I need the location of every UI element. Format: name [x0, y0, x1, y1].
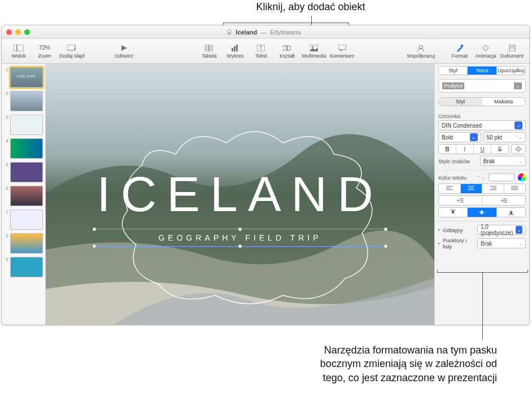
font-size-stepper[interactable]: 50 pkt ⌃⌄ — [483, 132, 526, 142]
char-styles-label: Style znaków — [438, 158, 478, 164]
svg-rect-2 — [17, 45, 24, 51]
zoom-button[interactable]: 72% Zoom — [32, 40, 57, 63]
text-color-swatch[interactable] — [489, 173, 514, 181]
slide-thumb[interactable]: 2 — [4, 91, 43, 111]
outdent-button[interactable] — [439, 196, 482, 205]
disclosure-triangle-icon[interactable]: ▸ — [438, 241, 441, 246]
toolbar-label: Tabela — [202, 53, 217, 59]
toolbar-label: Współpracuj — [407, 53, 435, 59]
align-center-button[interactable] — [461, 184, 483, 193]
annotation-line — [527, 270, 528, 272]
toolbar-label: Tekst — [255, 53, 267, 59]
align-justify-button[interactable] — [504, 184, 526, 193]
slide-number: 2 — [4, 91, 8, 96]
underline-button[interactable]: U — [474, 145, 491, 154]
slide-title[interactable]: ICELAND — [46, 165, 434, 223]
valign-middle-button[interactable] — [468, 208, 496, 217]
font-family-value: DIN Condensed — [442, 123, 482, 129]
lock-icon — [226, 29, 232, 35]
disclosure-triangle-icon[interactable]: ▸ — [438, 228, 441, 232]
slide-number: 1 — [4, 67, 8, 72]
chart-icon — [229, 44, 241, 52]
text-button[interactable]: T Tekst — [248, 40, 273, 63]
chevron-down-icon: ⌄ — [518, 159, 522, 164]
tab-arrange[interactable]: Uporządkuj — [497, 67, 525, 75]
font-weight-value: Bold — [442, 134, 453, 141]
paragraph-style-select[interactable]: Podtytuł ⌄ — [438, 79, 526, 93]
char-styles-select[interactable]: Brak ⌄ — [480, 156, 526, 166]
paragraph-style-value: Podtytuł — [442, 82, 464, 89]
slide-canvas[interactable]: ICELAND GEOGRAPHY FIELD TRIP — [46, 64, 434, 325]
font-options-button[interactable] — [511, 144, 526, 154]
add-slide-icon: + — [66, 44, 77, 52]
svg-rect-0 — [228, 32, 232, 35]
toolbar-label: Widok — [11, 53, 25, 59]
svg-rect-1 — [14, 45, 17, 51]
view-button[interactable]: Widok — [6, 40, 31, 63]
play-button[interactable]: Odtwórz — [102, 40, 147, 63]
toolbar-label: Zoom — [38, 53, 51, 59]
minimize-window-button[interactable] — [15, 29, 21, 35]
font-section-label: Czcionka — [438, 113, 526, 119]
close-window-button[interactable] — [6, 29, 12, 35]
shape-icon — [281, 44, 293, 52]
align-right-button[interactable] — [482, 184, 504, 193]
bullets-select[interactable]: Brak ⌄ — [477, 238, 526, 248]
slide-number: 5 — [4, 162, 8, 167]
slide-thumb[interactable]: 8 — [4, 233, 43, 254]
color-wheel-button[interactable] — [518, 173, 526, 181]
strikethrough-button[interactable]: S — [491, 145, 508, 154]
slide-thumb[interactable]: 9 — [4, 257, 43, 277]
zoom-value: 72% — [39, 44, 50, 52]
chart-button[interactable]: Wykres — [223, 40, 247, 63]
slide-subtitle[interactable]: GEOGRAPHY FIELD TRIP — [46, 233, 434, 242]
slide-thumb[interactable]: 3 — [4, 115, 43, 135]
chevron-down-icon: ⌄ — [518, 241, 522, 246]
fullscreen-window-button[interactable] — [24, 29, 30, 35]
tab-text[interactable]: Tekst — [468, 67, 496, 75]
annotation-line — [437, 270, 438, 272]
svg-rect-49 — [452, 211, 454, 213]
slide-thumb[interactable]: 5 — [4, 162, 43, 182]
font-family-select[interactable]: DIN Condensed ⌄ — [438, 120, 526, 130]
slide-thumb[interactable]: 4 — [4, 138, 43, 159]
slide-thumb[interactable]: 1ICELAND — [4, 67, 43, 88]
annotation-top: Kliknij, aby dodać obiekt — [215, 1, 407, 13]
format-button[interactable]: Format — [447, 40, 472, 63]
slide-navigator[interactable]: 1ICELAND 2 3 4 5 6 7 8 9 — [2, 64, 46, 325]
collaborate-button[interactable]: Współpracuj — [405, 40, 436, 63]
media-button[interactable]: Multimedia — [300, 40, 328, 63]
svg-rect-18 — [338, 45, 346, 50]
add-slide-button[interactable]: + Dodaj slajd — [58, 40, 86, 63]
animate-button[interactable]: Animacja — [473, 40, 498, 63]
align-left-button[interactable] — [439, 184, 461, 193]
titlebar: Iceland — Edytowana — [2, 25, 529, 39]
shape-button[interactable]: Kształt — [274, 40, 299, 63]
table-button[interactable]: Tabela — [197, 40, 221, 63]
slide-thumb[interactable]: 6 — [4, 186, 43, 206]
comment-button[interactable]: Komentarz — [329, 40, 356, 63]
subtab-layout[interactable]: Makieta — [482, 98, 526, 106]
slide-number: 3 — [4, 115, 8, 120]
stepper-icon: ⌃⌄ — [514, 135, 522, 140]
app-window: Iceland — Edytowana Widok 72% Zoom + Dod… — [1, 25, 530, 325]
view-icon — [13, 44, 24, 52]
valign-bottom-button[interactable] — [497, 208, 525, 217]
slide-number: 9 — [4, 257, 8, 262]
tab-style[interactable]: Styl — [439, 67, 468, 75]
subtab-style[interactable]: Styl — [439, 98, 482, 106]
document-button[interactable]: Dokument — [499, 40, 525, 63]
toolbar-label: Kształt — [280, 53, 295, 59]
bold-button[interactable]: B — [439, 145, 456, 154]
svg-rect-53 — [510, 211, 512, 214]
indent-button[interactable] — [482, 196, 525, 205]
font-weight-select[interactable]: Bold ⌄ — [438, 132, 481, 142]
italic-button[interactable]: I — [456, 145, 474, 154]
slide-thumb[interactable]: 7 — [4, 210, 43, 230]
toolbar-label: Format — [452, 53, 468, 59]
valign-top-button[interactable] — [439, 208, 468, 217]
svg-rect-20 — [460, 44, 464, 47]
chevron-icon: ⌃⌄ — [477, 175, 485, 180]
spacing-select[interactable]: 1,0 (pojedyncze) ⌄ — [477, 225, 526, 235]
dropdown-arrow-icon: ⌄ — [470, 133, 478, 141]
